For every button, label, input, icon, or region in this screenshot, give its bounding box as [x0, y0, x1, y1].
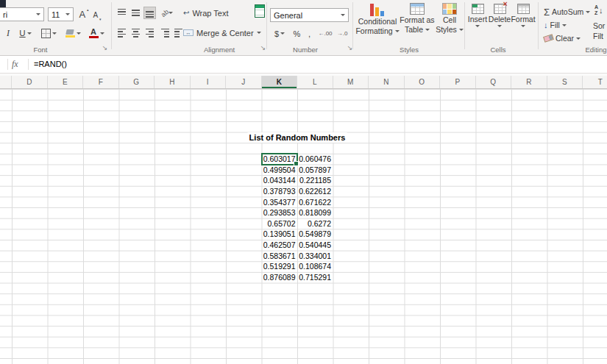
insert-cells-button[interactable]: Insert: [467, 4, 488, 27]
cell-l[interactable]: 0.622612: [297, 186, 333, 197]
cell-k[interactable]: 0.876089: [262, 272, 298, 283]
cell-k[interactable]: 0.378793: [262, 186, 298, 197]
column-header-e[interactable]: E: [48, 76, 84, 88]
column-header-p[interactable]: P: [440, 76, 476, 88]
decrease-indent-button[interactable]: [159, 26, 171, 39]
middle-align-button[interactable]: [129, 7, 142, 19]
fill-color-button[interactable]: [62, 26, 84, 40]
cell-l[interactable]: 0.060476: [297, 154, 333, 165]
column-header-r[interactable]: R: [511, 76, 547, 88]
increase-font-size-button[interactable]: A ▴: [77, 7, 90, 21]
percent-style-button[interactable]: %: [291, 27, 302, 40]
fx-icon[interactable]: fx: [12, 59, 18, 70]
fill-down-icon: ↓: [544, 21, 548, 29]
spreadsheet-grid[interactable]: List of Random Numbers 0.603017 0.060476…: [0, 89, 607, 364]
cell-l[interactable]: 0.671622: [297, 197, 333, 208]
column-header-h[interactable]: H: [155, 76, 191, 88]
cell-k[interactable]: 0.583671: [262, 251, 298, 262]
cell-k[interactable]: 0.499504: [262, 165, 298, 176]
cell-l[interactable]: 0.540445: [297, 240, 333, 251]
font-size-combo[interactable]: 11: [48, 7, 74, 21]
formula-bar[interactable]: fx =RAND(): [0, 56, 607, 74]
cell-k[interactable]: 0.139051: [262, 229, 298, 240]
accounting-format-button[interactable]: $: [271, 27, 288, 40]
conditional-formatting-button[interactable]: Conditional Formatting: [357, 3, 398, 35]
formula-text[interactable]: =RAND(): [34, 60, 67, 68]
column-header-m[interactable]: M: [333, 76, 369, 88]
cell-l[interactable]: 0.549879: [297, 229, 333, 240]
autosum-button[interactable]: Σ AutoSum: [544, 6, 590, 18]
cell-l[interactable]: 0.108674: [297, 261, 333, 272]
delete-cells-button[interactable]: Delete: [489, 4, 510, 27]
column-header-n[interactable]: N: [369, 76, 405, 88]
sort-filter-button[interactable]: AZ ↓: [594, 4, 603, 16]
grow-font-letter: A: [79, 9, 85, 20]
clear-button[interactable]: Clear: [544, 32, 581, 44]
fill-button[interactable]: ↓ Fill: [544, 19, 567, 31]
table-row: 0.876089 0.715291: [262, 272, 333, 283]
column-header-f[interactable]: F: [83, 76, 119, 88]
cell-k[interactable]: 0.043144: [262, 175, 298, 186]
column-header-j[interactable]: J: [226, 76, 262, 88]
column-header-i[interactable]: I: [191, 76, 227, 88]
sort-filter-label[interactable]: Sor Filt: [593, 21, 605, 41]
align-left-button[interactable]: [116, 26, 128, 39]
increase-decimal-button[interactable]: ←.00: [317, 27, 333, 40]
column-header-t[interactable]: T: [583, 76, 607, 88]
column-header-o[interactable]: O: [405, 76, 441, 88]
cell-k[interactable]: 0.462507: [262, 240, 298, 251]
underline-button[interactable]: U: [15, 26, 35, 40]
decrease-decimal-button[interactable]: →.0: [335, 27, 349, 40]
comma-style-button[interactable]: ,: [305, 27, 314, 40]
sigma-icon: Σ: [544, 7, 550, 17]
font-name-combo[interactable]: ri: [0, 7, 44, 21]
column-header-s[interactable]: S: [547, 76, 583, 88]
format-as-table-button[interactable]: Format as Table: [400, 3, 435, 34]
align-right-button[interactable]: [143, 26, 156, 39]
cell-l[interactable]: 0.221185: [297, 175, 333, 186]
column-header-q[interactable]: Q: [476, 76, 512, 88]
cell-l[interactable]: 0.6272: [297, 218, 333, 229]
cell-l[interactable]: 0.334001: [297, 251, 333, 262]
cell-k[interactable]: 0.65702: [262, 218, 298, 229]
orientation-button[interactable]: ab: [160, 7, 174, 19]
column-header-l[interactable]: L: [297, 76, 333, 88]
comma-sign: ,: [308, 29, 310, 38]
cell-l[interactable]: 0.057897: [297, 165, 333, 176]
wrap-text-button[interactable]: ↩ Wrap Text: [183, 7, 229, 19]
column-header-partial[interactable]: [0, 76, 12, 88]
cell-styles-button[interactable]: Cell Styles: [436, 3, 463, 34]
chevron-down-icon: [27, 32, 32, 35]
align-center-icon: [132, 29, 140, 38]
align-right-icon: [146, 29, 154, 38]
number-format-combo[interactable]: General: [270, 8, 349, 22]
borders-button[interactable]: [38, 26, 59, 40]
bottom-align-button[interactable]: [143, 7, 156, 19]
format-as-table-icon: [410, 3, 425, 15]
cell-k[interactable]: 0.354377: [262, 197, 298, 208]
column-header-d[interactable]: D: [12, 76, 48, 88]
percent-sign: %: [294, 29, 301, 38]
paint-bucket-icon: [65, 29, 75, 38]
alignment-group-label: Alignment: [190, 46, 249, 54]
sheet-title[interactable]: List of Random Numbers: [248, 132, 347, 143]
align-center-button[interactable]: [129, 26, 142, 39]
column-header-k-selected[interactable]: K: [262, 76, 298, 88]
font-dialog-launcher-icon[interactable]: ↘: [101, 44, 109, 52]
cell-k[interactable]: 0.293853: [262, 207, 298, 218]
column-header-g[interactable]: G: [119, 76, 155, 88]
cell-styles-icon: [442, 3, 457, 15]
chevron-down-icon: [65, 13, 70, 15]
cell-l[interactable]: 0.818099: [297, 207, 333, 218]
cell-styles-label-1: Cell: [443, 16, 456, 24]
chevron-down-icon: [459, 29, 464, 31]
cell-k[interactable]: 0.519291: [262, 261, 298, 272]
cell-l[interactable]: 0.715291: [297, 272, 333, 283]
font-color-button[interactable]: A: [86, 26, 107, 40]
merge-and-center-button[interactable]: ↔ Merge & Center: [183, 26, 261, 39]
italic-button[interactable]: I: [3, 26, 13, 40]
top-align-button[interactable]: [116, 7, 128, 19]
format-cells-button[interactable]: Format: [511, 4, 535, 27]
decrease-font-size-button[interactable]: A ▾: [91, 9, 103, 21]
cell-k[interactable]: 0.603017: [262, 154, 298, 165]
